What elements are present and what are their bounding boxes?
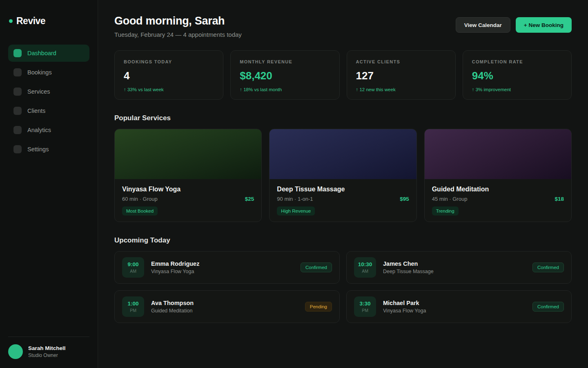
service-title: Deep Tissue Massage — [277, 186, 409, 193]
time-meridiem: AM — [362, 269, 368, 274]
appointment-time: 1:00 PM — [122, 296, 144, 317]
time-meridiem: PM — [362, 308, 368, 313]
appointment-time: 10:30 AM — [354, 257, 376, 278]
stats-row: BOOKINGS TODAY 4 ↑ 33% vs last week MONT… — [114, 50, 572, 100]
stat-value: $8,420 — [240, 70, 330, 82]
stat-label: BOOKINGS TODAY — [124, 59, 214, 64]
service-badge: High Revenue — [277, 206, 315, 215]
time-value: 3:30 — [359, 301, 370, 307]
service-card-vinyasa-flow-yoga[interactable]: Vinyasa Flow Yoga 60 min · Group $25 Mos… — [114, 129, 262, 222]
service-card-deep-tissue-massage[interactable]: Deep Tissue Massage 90 min · 1-on-1 $95 … — [269, 129, 416, 222]
stat-label: MONTHLY REVENUE — [240, 59, 330, 64]
sidebar-item-dashboard[interactable]: Dashboard — [8, 45, 89, 62]
appointment-service: Vinyasa Flow Yoga — [151, 269, 294, 274]
page-header: Good morning, Sarah Tuesday, February 24… — [114, 15, 572, 38]
stat-value: 94% — [472, 70, 562, 82]
settings-icon — [13, 145, 22, 153]
user-name: Sarah Mitchell — [28, 345, 66, 351]
sidebar-item-services[interactable]: Services — [8, 83, 89, 100]
appointments-grid: 9:00 AM Emma Rodriguez Vinyasa Flow Yoga… — [114, 251, 572, 323]
user-profile[interactable]: Sarah Mitchell Studio Owner — [8, 337, 89, 359]
main-content: Good morning, Sarah Tuesday, February 24… — [98, 0, 588, 323]
sidebar-item-label: Services — [27, 88, 50, 95]
service-card-guided-meditation[interactable]: Guided Meditation 45 min · Group $18 Tre… — [424, 129, 572, 222]
services-grid: Vinyasa Flow Yoga 60 min · Group $25 Mos… — [114, 129, 572, 222]
time-value: 9:00 — [127, 261, 138, 267]
appointment-row-ava-thompson[interactable]: 1:00 PM Ava Thompson Guided Meditation P… — [114, 290, 340, 323]
appointment-service: Guided Meditation — [151, 308, 298, 314]
stat-delta: ↑ 33% vs last week — [124, 87, 214, 92]
service-badge: Most Booked — [122, 206, 158, 215]
analytics-icon — [13, 126, 22, 134]
sidebar-item-label: Bookings — [27, 69, 52, 76]
sidebar-item-label: Analytics — [27, 127, 51, 133]
stat-value: 4 — [124, 70, 214, 82]
service-meta: 60 min · Group — [122, 196, 158, 202]
stat-label: ACTIVE CLIENTS — [356, 59, 446, 64]
appointment-row-michael-park[interactable]: 3:30 PM Michael Park Vinyasa Flow Yoga C… — [346, 290, 572, 323]
status-badge: Confirmed — [532, 263, 564, 272]
dashboard-icon — [13, 49, 22, 57]
services-icon — [13, 88, 22, 96]
service-meta: 90 min · 1-on-1 — [277, 196, 313, 202]
appointment-service: Deep Tissue Massage — [383, 269, 526, 274]
sidebar-item-settings[interactable]: Settings — [8, 141, 89, 158]
appointment-time: 9:00 AM — [122, 257, 144, 278]
stat-label: COMPLETION RATE — [472, 59, 562, 64]
bookings-icon — [13, 68, 22, 76]
header-actions: View Calendar + New Booking — [456, 17, 572, 33]
clients-icon — [13, 107, 22, 115]
service-image — [270, 129, 416, 179]
page-title: Good morning, Sarah — [114, 15, 242, 27]
stat-card-active-clients: ACTIVE CLIENTS 127 ↑ 12 new this week — [347, 50, 456, 100]
time-value: 1:00 — [127, 301, 138, 307]
sidebar-item-clients[interactable]: Clients — [8, 102, 89, 119]
stat-card-completion-rate: COMPLETION RATE 94% ↑ 3% improvement — [463, 50, 572, 100]
sidebar: Revive Dashboard Bookings Services Clien… — [0, 0, 98, 368]
user-role: Studio Owner — [28, 352, 66, 358]
view-calendar-button[interactable]: View Calendar — [456, 17, 510, 33]
sidebar-item-label: Dashboard — [27, 50, 56, 56]
client-name: Michael Park — [383, 300, 526, 306]
client-name: Ava Thompson — [151, 300, 298, 306]
sidebar-item-analytics[interactable]: Analytics — [8, 121, 89, 139]
service-price: $18 — [555, 196, 564, 202]
sidebar-item-label: Clients — [27, 108, 45, 114]
upcoming-today-title: Upcoming Today — [114, 236, 572, 245]
service-badge: Trending — [432, 206, 459, 215]
service-title: Guided Meditation — [432, 186, 564, 193]
time-meridiem: AM — [130, 269, 136, 274]
appointment-service: Vinyasa Flow Yoga — [383, 308, 526, 314]
service-price: $25 — [245, 196, 254, 202]
status-badge: Pending — [305, 302, 332, 312]
appointment-row-emma-rodriguez[interactable]: 9:00 AM Emma Rodriguez Vinyasa Flow Yoga… — [114, 251, 340, 284]
appointment-time: 3:30 PM — [354, 296, 376, 317]
service-image — [115, 129, 261, 179]
page-subtitle: Tuesday, February 24 — 4 appointments to… — [114, 31, 242, 38]
popular-services-title: Popular Services — [114, 114, 572, 122]
logo-dot-icon — [9, 19, 13, 23]
appointment-row-james-chen[interactable]: 10:30 AM James Chen Deep Tissue Massage … — [346, 251, 572, 284]
status-badge: Confirmed — [532, 302, 564, 312]
service-image — [425, 129, 571, 179]
sidebar-item-bookings[interactable]: Bookings — [8, 64, 89, 81]
stat-value: 127 — [356, 70, 446, 82]
service-title: Vinyasa Flow Yoga — [122, 186, 254, 193]
service-meta: 45 min · Group — [432, 196, 468, 202]
client-name: James Chen — [383, 260, 526, 267]
avatar — [8, 344, 23, 359]
stat-delta: ↑ 12 new this week — [356, 87, 446, 92]
stat-delta: ↑ 18% vs last month — [240, 87, 330, 92]
service-price: $95 — [400, 196, 409, 202]
logo-text: Revive — [16, 16, 45, 27]
sidebar-nav: Dashboard Bookings Services Clients Anal… — [8, 45, 89, 158]
stat-card-bookings-today: BOOKINGS TODAY 4 ↑ 33% vs last week — [114, 50, 223, 100]
status-badge: Confirmed — [301, 263, 332, 272]
app-logo: Revive — [9, 16, 89, 27]
new-booking-button[interactable]: + New Booking — [516, 17, 572, 33]
client-name: Emma Rodriguez — [151, 260, 294, 267]
sidebar-item-label: Settings — [27, 146, 49, 153]
time-value: 10:30 — [358, 261, 372, 267]
stat-card-monthly-revenue: MONTHLY REVENUE $8,420 ↑ 18% vs last mon… — [230, 50, 339, 100]
stat-delta: ↑ 3% improvement — [472, 87, 562, 92]
